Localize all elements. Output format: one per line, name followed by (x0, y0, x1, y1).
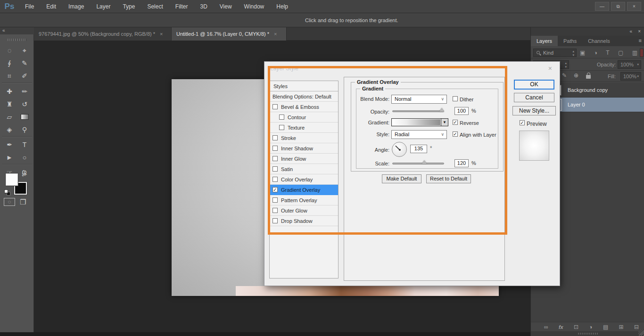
kind-filter-select[interactable]: Kind ▴▾ (533, 49, 577, 57)
close-tab-icon[interactable]: × (160, 31, 163, 37)
menu-image[interactable]: Image (62, 0, 90, 13)
caret-down-icon: ▾ (637, 63, 639, 66)
tools-collapse-header[interactable]: « (0, 27, 34, 34)
new-layer-icon[interactable]: ⊞ (619, 322, 624, 332)
tool-hint-text: Click and drag to reposition the gradien… (305, 13, 398, 27)
close-button[interactable]: × (627, 2, 641, 11)
tab-paths[interactable]: Paths (558, 36, 582, 46)
layer-effects-icon[interactable]: fx (559, 322, 563, 332)
resize-grip-icon[interactable] (638, 330, 644, 336)
photoshop-window: Ps File Edit Image Layer Type Select Fil… (0, 0, 644, 336)
close-panel-icon[interactable]: × (638, 29, 641, 34)
collapse-panels-icon[interactable]: « (629, 29, 632, 34)
tool-move[interactable]: ⌖ (17, 44, 32, 57)
tool-lasso[interactable]: ∮ (2, 57, 17, 69)
tool-crop[interactable]: ⌗ (2, 70, 17, 82)
tool-eraser[interactable]: ▱ (2, 111, 17, 123)
panel-tab-bar: Layers Paths Channels ≡ (531, 36, 644, 46)
tool-gradient[interactable] (17, 111, 32, 123)
type-layer-filter-icon[interactable]: T (606, 49, 609, 57)
close-tab-icon[interactable]: × (274, 31, 277, 37)
swap-colors-icon[interactable]: ⇄ (22, 172, 26, 178)
screen-mode-button[interactable]: ❐ (20, 198, 26, 206)
layer-name: Background copy (568, 83, 608, 98)
layers-panel-footer: ∞ fx ⊡ ◑ ▤ ⊞ ⊟ (531, 322, 644, 331)
tool-brush[interactable]: ✏ (17, 85, 32, 98)
menu-file[interactable]: File (19, 0, 40, 13)
preview-checkbox[interactable]: ✓ (520, 120, 525, 125)
menu-filter[interactable]: Filter (169, 0, 194, 13)
tab-channels[interactable]: Channels (582, 36, 615, 46)
dock-header: « × (531, 27, 644, 36)
menu-view[interactable]: View (214, 0, 238, 13)
tool-elliptical-marquee[interactable]: ◌ (2, 44, 17, 57)
restore-button[interactable]: ⧉ (611, 2, 625, 11)
tool-clone-stamp[interactable]: ♜ (2, 98, 17, 110)
tool-dodge[interactable]: ⚲ (17, 123, 32, 136)
lock-all-icon[interactable] (586, 75, 591, 79)
collapse-icon: « (2, 28, 5, 33)
opacity-select[interactable]: 100% ▾ (618, 60, 641, 69)
filter-toggle[interactable] (640, 49, 644, 57)
document-tab-1[interactable]: 97679441.jpg @ 50% (Background copy, RGB… (34, 27, 172, 41)
layer-mask-icon[interactable]: ⊡ (574, 322, 578, 332)
default-colors-icon[interactable] (4, 189, 8, 193)
document-tab-2-title: Untitled-1 @ 16.7% (Layer 0, CMYK/8) * (176, 31, 269, 37)
grip-dots (578, 333, 599, 335)
tool-history-brush[interactable]: ↺ (17, 98, 32, 110)
menu-window[interactable]: Window (238, 0, 271, 13)
pixel-layer-filter-icon[interactable]: ▣ (580, 49, 585, 57)
cancel-button[interactable]: Cancel (514, 93, 554, 102)
window-bottom-edge (0, 332, 530, 336)
tool-path-selection[interactable]: ► (2, 151, 17, 164)
menu-layer[interactable]: Layer (90, 0, 116, 13)
tool-quick-selection[interactable]: ✎ (17, 57, 32, 69)
layer-group-icon[interactable]: ▤ (603, 322, 608, 332)
minimize-button[interactable]: — (595, 2, 609, 11)
dialog-close-icon[interactable]: × (548, 65, 552, 72)
tool-type[interactable]: T (17, 139, 32, 151)
tools-grip[interactable] (8, 39, 26, 41)
tool-eyedropper[interactable]: ✐ (17, 70, 32, 82)
fill-label: Fill: (608, 71, 616, 82)
tab-layers[interactable]: Layers (531, 36, 558, 46)
gradient-swatch-icon (21, 114, 29, 120)
tools-panel: « ◌ ⌖ ∮ ✎ ⌗ ✐ ✚ ✏ ♜ ↺ ▱ ◈ ⚲ ✒ T ► ○ ☞ Ҩ … (0, 27, 34, 336)
fill-value: 100% (621, 74, 636, 79)
new-style-button[interactable]: New Style... (512, 106, 556, 115)
search-icon (537, 51, 540, 54)
menu-edit[interactable]: Edit (40, 0, 62, 13)
foreground-color-swatch[interactable] (6, 173, 18, 186)
document-tab-2[interactable]: Untitled-1 @ 16.7% (Layer 0, CMYK/8) *× (172, 27, 287, 41)
quick-mask-button[interactable]: ◌ (4, 198, 15, 206)
opacity-value: 100% (618, 62, 634, 67)
separator (2, 82, 32, 83)
adjustment-layer-icon[interactable]: ◑ (589, 322, 592, 332)
menu-help[interactable]: Help (270, 0, 294, 13)
spinner-icon: ▴▾ (572, 49, 574, 57)
tool-blur[interactable]: ◈ (2, 123, 17, 136)
lock-pixels-icon[interactable]: ✎ (562, 72, 567, 79)
fill-select[interactable]: 100% ▾ (620, 72, 641, 81)
kind-filter-value: Kind (543, 50, 553, 56)
panel-resize-strip[interactable] (531, 331, 644, 336)
tool-spot-healing[interactable]: ✚ (2, 85, 17, 98)
tool-ellipse-shape[interactable]: ○ (17, 151, 32, 164)
caret-down-icon: ▾ (637, 74, 639, 78)
adjustment-layer-filter-icon[interactable]: ◑ (594, 49, 597, 57)
tool-pen[interactable]: ✒ (2, 139, 17, 151)
menu-bar: Ps File Edit Image Layer Type Select Fil… (0, 0, 644, 13)
shape-layer-filter-icon[interactable]: ▢ (618, 49, 623, 57)
menu-select[interactable]: Select (141, 0, 169, 13)
menu-type[interactable]: Type (116, 0, 141, 13)
ok-button[interactable]: OK (514, 80, 554, 90)
photo-layer-sliver (236, 286, 499, 296)
panel-menu-icon[interactable]: ≡ (639, 38, 642, 43)
tool-options-bar: ► ✥ ▾ Click and drag to reposition the g… (0, 13, 644, 27)
annotation-highlight-rectangle (268, 66, 507, 235)
menu-3d[interactable]: 3D (194, 0, 213, 13)
lock-position-icon[interactable]: ⊕ (574, 72, 578, 79)
opacity-label: Opacity: (597, 58, 616, 71)
smart-object-filter-icon[interactable]: ▥ (632, 49, 637, 57)
link-layers-icon[interactable]: ∞ (544, 322, 548, 332)
